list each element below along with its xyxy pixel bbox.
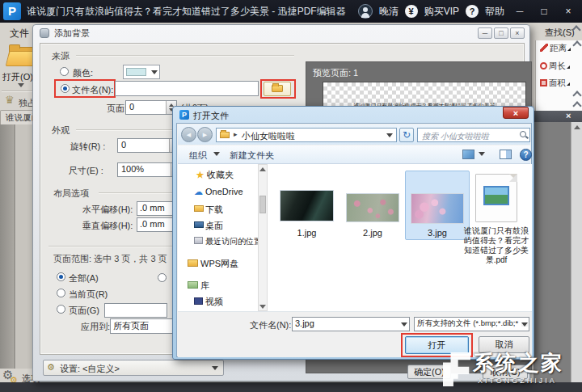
dialog-close-button[interactable]: × (510, 27, 525, 39)
watermark: 系统之家 XITONGZHIJIA (441, 348, 582, 392)
file-name-1[interactable]: 1.jpg (280, 228, 334, 238)
dropdown-arrow-icon[interactable] (479, 152, 485, 156)
minimize-button[interactable]: ─ (511, 6, 529, 17)
range-extra-radio[interactable] (158, 273, 167, 282)
breadcrumb-arrow-icon: ▸ (234, 130, 238, 138)
maximize-button[interactable]: □ (535, 6, 553, 17)
views-icon[interactable] (462, 150, 474, 159)
range-pages-input[interactable] (104, 303, 167, 318)
sidebar-item-onedrive[interactable]: ☁ OneDrive (194, 187, 243, 197)
pdf-file-icon[interactable] (475, 174, 517, 222)
preview-pane-icon[interactable] (500, 150, 512, 159)
sidebar-scrollbar[interactable] (258, 164, 268, 311)
help-button[interactable]: 帮助 (485, 5, 504, 19)
scroll-up-icon[interactable] (574, 125, 580, 129)
scroll-up-icon[interactable] (259, 167, 266, 171)
panel-close-icon[interactable]: × (566, 111, 571, 120)
appearance-group-label: 外观 (52, 124, 70, 137)
tool-distance[interactable]: 距离 (540, 43, 571, 54)
rotate-spinner[interactable]: 0 (117, 138, 180, 153)
filename-label: 文件名(N): (250, 319, 291, 331)
back-button[interactable]: ◀ (181, 127, 196, 142)
color-swatch (126, 68, 146, 76)
filetype-combo[interactable]: 所有支持的文件 (*.bmp;*.dib;* (414, 317, 529, 331)
dropdown-arrow-icon[interactable] (386, 133, 393, 137)
range-all-label: 全部(A) (69, 272, 99, 285)
forward-button[interactable]: ▶ (197, 127, 213, 142)
vip-yen-icon[interactable]: ¥ (405, 5, 418, 18)
watermark-logo-icon (443, 352, 470, 386)
file-thumbnail-2[interactable] (346, 193, 399, 222)
sidebar-item-recent-places[interactable]: 最近访问的位置 (205, 236, 262, 247)
range-current-radio[interactable] (57, 289, 65, 297)
user-avatar[interactable] (358, 4, 373, 19)
search-input[interactable]: 搜索 小仙女啦啦啦 (417, 128, 530, 142)
color-radio[interactable] (60, 67, 69, 76)
open-dropdown-icon[interactable] (18, 83, 24, 87)
background-file-input[interactable] (115, 81, 259, 96)
scroll-down-icon[interactable] (259, 305, 266, 309)
sidebar-item-desktop[interactable]: 桌面 (205, 220, 223, 232)
page-spinner[interactable]: 0 (125, 100, 177, 115)
dialog-close-button[interactable]: × (503, 107, 529, 119)
refresh-button[interactable]: ↻ (399, 128, 414, 142)
sidebar-item-videos[interactable]: 视频 (205, 296, 223, 308)
dropdown-arrow-icon (151, 70, 158, 74)
dialog-minimize-button[interactable]: ─ (478, 27, 492, 39)
star-icon: ★ (196, 170, 205, 179)
collapse-chevron-icon[interactable] (574, 101, 580, 107)
tool-area[interactable]: 面积 (540, 78, 570, 89)
buy-vip-button[interactable]: 购买VIP (424, 5, 459, 19)
area-icon (540, 79, 547, 86)
dropdown-arrow-icon (213, 152, 220, 156)
browse-button[interactable] (264, 82, 291, 96)
source-group-label: 来源 (52, 50, 70, 62)
downloads-folder-icon (194, 205, 204, 212)
sidebar-item-libraries[interactable]: 库 (200, 280, 209, 292)
help-icon[interactable]: ? (466, 5, 479, 18)
cloud-icon: ☁ (194, 187, 203, 196)
help-icon[interactable]: ? (520, 149, 532, 161)
current-folder[interactable]: 小仙女啦啦啦 (242, 130, 295, 142)
sidebar-item-downloads[interactable]: 下载 (205, 204, 223, 216)
collapse-chevron-icon[interactable] (574, 91, 580, 96)
sidebar-item-wps-cloud[interactable]: WPS网盘 (200, 258, 238, 270)
find-button[interactable]: 查找(S) (545, 27, 575, 39)
username[interactable]: 晚清 (379, 5, 399, 19)
perimeter-icon (540, 62, 547, 70)
measure-tools-panel: 距离 周长 面积 (535, 40, 582, 111)
dropdown-arrow-icon[interactable] (521, 322, 528, 327)
organize-button[interactable]: 组织 (189, 150, 207, 162)
file-name-4[interactable]: 谁说厦门只有鼓浪屿值得去？看完才知道错过了多少美景.pdf (462, 226, 530, 265)
settings-dropdown[interactable]: ⚙ 设置: <自定义> (43, 360, 224, 376)
panel-strip (16, 124, 34, 369)
libraries-icon (188, 281, 198, 289)
file-thumbnail-1[interactable] (280, 190, 334, 221)
file-name-3[interactable]: 3.jpg (405, 228, 470, 238)
breadcrumb[interactable]: ▸ 小仙女啦啦啦 (216, 128, 397, 142)
file-name-2[interactable]: 2.jpg (346, 228, 399, 238)
filename-combo[interactable]: 3.jpg (292, 317, 410, 331)
collapse-chevron-icon[interactable] (574, 40, 580, 46)
scrollbar-thumb[interactable] (259, 196, 266, 213)
vertical-scrollbar[interactable] (571, 122, 582, 382)
dialog-maximize-button[interactable]: □ (494, 27, 508, 39)
page-fold-icon (509, 174, 517, 182)
new-folder-button[interactable]: 新建文件夹 (230, 150, 274, 162)
tool-perimeter[interactable]: 周长 (540, 61, 570, 72)
range-pages-radio[interactable] (57, 305, 65, 314)
file-browser: ★ 收藏夹 ☁ OneDrive 下载 桌面 最近访问的位置 WPS网盘 库 视… (178, 164, 532, 311)
range-all-radio[interactable] (57, 272, 65, 281)
close-button[interactable]: × (559, 6, 577, 17)
menu-file[interactable]: 文件 (10, 27, 29, 40)
dropdown-arrow-icon[interactable] (401, 322, 407, 327)
settings-value: 设置: <自定义> (60, 363, 120, 375)
collapse-chevron-icon[interactable] (573, 25, 579, 31)
dialog-toolbar: 组织 新建文件夹 ? (178, 145, 530, 164)
sidebar-item-favorites[interactable]: ★ 收藏夹 (196, 169, 234, 181)
desktop-icon (194, 221, 204, 228)
color-picker-dropdown[interactable] (123, 65, 160, 79)
dropdown-arrow-icon (212, 366, 218, 370)
color-label: 颜色: (73, 67, 93, 79)
file-thumbnail-3[interactable] (411, 193, 464, 224)
